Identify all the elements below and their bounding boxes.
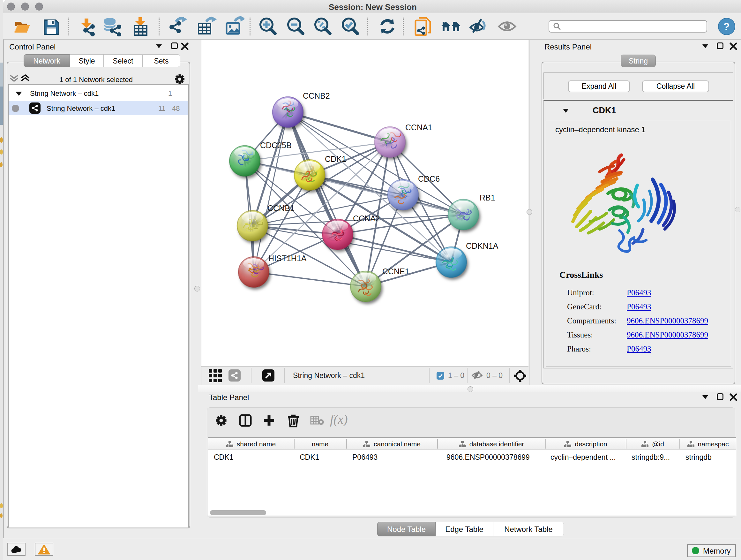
svg-text:HIST1H1A: HIST1H1A [268,254,307,263]
svg-text:CDC25B: CDC25B [260,141,292,150]
svg-text:CCNA2: CCNA2 [353,214,380,223]
svg-text:CCNB2: CCNB2 [303,91,330,100]
svg-text:CCNE1: CCNE1 [382,267,409,276]
svg-text:CCNA1: CCNA1 [405,123,432,132]
svg-text:RB1: RB1 [480,193,495,202]
svg-text:CDK1: CDK1 [325,154,346,164]
svg-text:CCNB1: CCNB1 [267,204,294,212]
svg-text:CDKN1A: CDKN1A [466,241,498,250]
svg-text:CDC6: CDC6 [418,174,440,183]
